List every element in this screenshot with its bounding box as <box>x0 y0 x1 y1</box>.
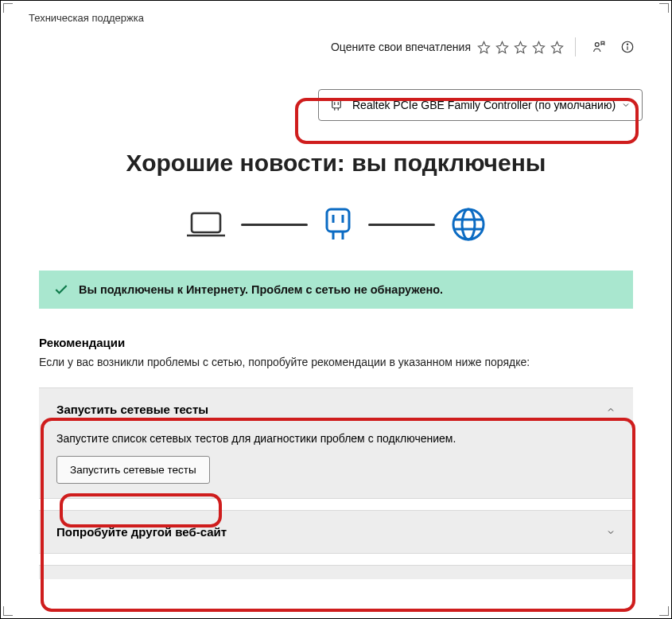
globe-icon <box>449 205 487 243</box>
separator <box>575 37 576 56</box>
feedback-button[interactable] <box>587 35 611 59</box>
recommendations-subtitle: Если у вас возникли проблемы с сетью, по… <box>39 356 633 368</box>
accordion-header-try-site[interactable]: Попробуйте другой веб-сайт <box>39 511 633 553</box>
accordion-item: Попробуйте другой веб-сайт <box>39 510 633 554</box>
svg-rect-4 <box>332 99 341 108</box>
status-text: Вы подключены к Интернету. Проблем с сет… <box>79 283 443 296</box>
star-icon[interactable] <box>532 41 546 54</box>
star-icon[interactable] <box>477 41 491 54</box>
page-title: Хорошие новости: вы подключены <box>39 150 633 177</box>
svg-rect-7 <box>327 209 349 232</box>
rating-label: Оцените свои впечатления <box>331 41 471 53</box>
accordion-desc: Запустите список сетевых тестов для диаг… <box>56 432 616 445</box>
chevron-down-icon <box>621 100 631 110</box>
svg-point-8 <box>453 209 484 239</box>
info-button[interactable] <box>616 35 639 59</box>
star-icon[interactable] <box>495 41 509 54</box>
accordion-body: Запустите список сетевых тестов для диаг… <box>39 430 633 498</box>
svg-rect-5 <box>192 213 220 232</box>
info-icon <box>620 40 635 54</box>
accordion-header-run-tests[interactable]: Запустить сетевые тесты <box>39 388 633 430</box>
network-adapter-dropdown[interactable]: Realtek PCIe GBE Family Controller (по у… <box>318 89 643 121</box>
star-icon[interactable] <box>514 41 527 54</box>
recommendations-accordion: Запустить сетевые тесты Запустите список… <box>39 387 633 579</box>
router-icon <box>322 206 354 243</box>
laptop-icon <box>185 208 227 240</box>
accordion-title: Попробуйте другой веб-сайт <box>56 525 227 539</box>
svg-point-9 <box>462 209 475 239</box>
app-title: Техническая поддержка <box>29 12 654 24</box>
connector-line <box>241 224 308 226</box>
accordion-item-partial <box>39 565 633 579</box>
connector-line <box>368 224 435 226</box>
accordion-item: Запустить сетевые тесты Запустите список… <box>39 387 633 499</box>
adapter-label: Realtek PCIe GBE Family Controller (по у… <box>352 99 621 111</box>
rating-bar: Оцените свои впечатления <box>29 24 654 59</box>
svg-point-3 <box>627 44 627 45</box>
run-network-tests-button[interactable]: Запустить сетевые тесты <box>56 456 210 484</box>
status-banner: Вы подключены к Интернету. Проблем с сет… <box>39 271 633 309</box>
check-icon <box>53 282 69 298</box>
accordion-title: Запустить сетевые тесты <box>56 403 208 416</box>
person-feedback-icon <box>592 40 606 54</box>
star-icon[interactable] <box>550 41 564 54</box>
chevron-up-icon <box>606 405 616 415</box>
connection-diagram <box>39 205 633 243</box>
chevron-down-icon <box>606 528 616 537</box>
adapter-icon <box>330 98 343 112</box>
recommendations-title: Рекомендации <box>39 336 633 349</box>
svg-point-0 <box>595 43 599 47</box>
